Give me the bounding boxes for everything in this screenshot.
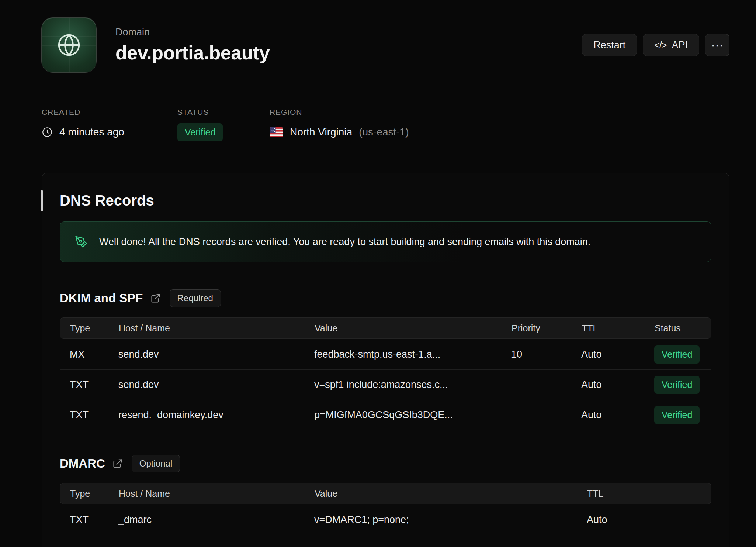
column-header: TTL [587,488,701,499]
banner-text: Well done! All the DNS records are verif… [99,236,590,248]
cell-value: feedback-smtp.us-east-1.a... [314,349,511,360]
page-title: dev.portia.beauty [115,42,270,64]
status-badge: Verified [177,123,223,141]
us-flag-icon [270,127,283,137]
cell-value: v=spf1 include:amazonses.c... [314,379,511,391]
dmarc-table-header: TypeHost / NameValueTTL [60,483,711,504]
page-eyebrow: Domain [115,27,270,38]
dkim-spf-title: DKIM and SPF [60,291,143,305]
ellipsis-icon: ⋯ [711,38,724,52]
dns-records-title: DNS Records [60,192,711,209]
cell-status: Verified [654,376,701,394]
required-pill: Required [170,289,221,307]
column-header: Type [70,488,119,499]
dmarc-title: DMARC [60,457,105,471]
status-label: STATUS [177,108,270,117]
more-button[interactable]: ⋯ [705,34,729,56]
dns-records-card: DNS Records Well done! All the DNS recor… [42,173,729,547]
column-header: Type [70,323,119,334]
cell-status: Verified [654,345,701,364]
dkim-spf-section-head: DKIM and SPF Required [60,289,711,307]
column-header: Host / Name [119,323,315,334]
region-code: (us-east-1) [359,126,409,138]
domain-header: Domain dev.portia.beauty Restart </> API… [42,18,729,72]
meta-created: CREATED 4 minutes ago [42,108,177,141]
code-icon: </> [654,40,666,51]
table-row: TXTresend._domainkey.devp=MIGfMA0GCSqGSI… [60,400,711,430]
clock-icon [42,127,53,138]
cell-host: resend._domainkey.dev [118,409,314,421]
cell-priority: 10 [511,349,581,360]
domain-page: Domain dev.portia.beauty Restart </> API… [0,0,756,547]
globe-icon [56,32,82,58]
external-link-icon[interactable] [150,293,161,303]
cell-type: TXT [70,379,118,391]
cell-value: p=MIGfMA0GCSqGSIb3DQE... [314,409,511,421]
cell-type: TXT [70,514,118,526]
dmarc-table-body: TXT_dmarcv=DMARC1; p=none;Auto [60,505,711,535]
created-value: 4 minutes ago [59,126,124,138]
cell-host: send.dev [118,379,314,391]
region-label: REGION [270,108,409,117]
region-value-row: North Virginia (us-east-1) [270,123,409,141]
cell-host: _dmarc [118,514,314,526]
external-link-icon[interactable] [112,458,123,469]
verified-banner: Well done! All the DNS records are verif… [60,221,711,262]
meta-region: REGION North Virg [270,108,409,141]
cell-status: Verified [654,406,701,424]
status-badge: Verified [654,406,700,424]
optional-pill: Optional [132,455,180,472]
dkim-table-body: MXsend.devfeedback-smtp.us-east-1.a...10… [60,340,711,430]
cell-ttl: Auto [587,514,701,526]
cell-ttl: Auto [581,379,654,391]
dmarc-section-head: DMARC Optional [60,455,711,472]
cell-ttl: Auto [581,349,654,360]
column-header: Value [315,488,587,499]
table-row: TXT_dmarcv=DMARC1; p=none;Auto [60,505,711,535]
table-row: TXTsend.devv=spf1 include:amazonses.c...… [60,370,711,400]
cell-type: MX [70,349,118,360]
column-header: Status [655,323,701,334]
created-value-row: 4 minutes ago [42,123,177,141]
cell-value: v=DMARC1; p=none; [314,514,587,526]
domain-meta: CREATED 4 minutes ago STATUS Verified RE… [42,108,729,141]
status-value-row: Verified [177,123,270,141]
domain-avatar [42,18,96,72]
meta-status: STATUS Verified [177,108,270,141]
created-label: CREATED [42,108,177,117]
table-row: MXsend.devfeedback-smtp.us-east-1.a...10… [60,340,711,370]
column-header: Host / Name [119,488,315,499]
api-label: API [672,39,688,51]
status-badge: Verified [654,345,700,364]
title-block: Domain dev.portia.beauty [115,27,270,64]
api-button[interactable]: </> API [643,34,699,56]
cell-ttl: Auto [581,409,654,421]
cell-host: send.dev [118,349,314,360]
column-header: TTL [582,323,655,334]
restart-label: Restart [593,39,625,51]
region-value: North Virginia [290,126,352,138]
restart-button[interactable]: Restart [582,34,637,56]
status-badge: Verified [654,376,700,394]
pen-success-icon [75,235,87,248]
column-header: Priority [511,323,582,334]
cell-type: TXT [70,409,118,421]
column-header: Value [315,323,511,334]
header-actions: Restart </> API ⋯ [582,34,729,56]
scroll-notch [41,190,43,211]
dkim-table-header: TypeHost / NameValuePriorityTTLStatus [60,317,711,339]
